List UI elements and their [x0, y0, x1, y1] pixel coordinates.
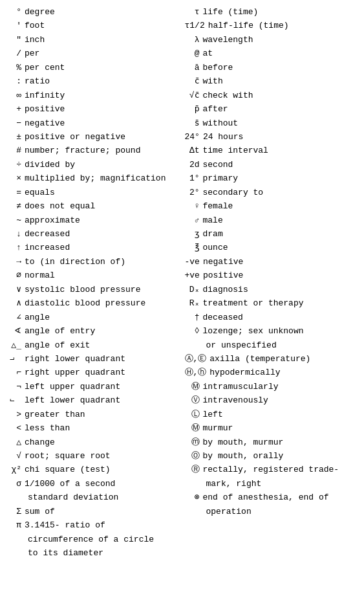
description: life (time) — [203, 5, 259, 19]
description: per cent — [25, 61, 65, 74]
list-item: ¬left upper quadrant — [6, 380, 180, 393]
list-item: ⊗end of anesthesia, end of — [185, 491, 358, 504]
description: wavelength — [203, 33, 253, 47]
list-item: ♂male — [185, 214, 358, 227]
list-item: Ⓐ,Ⓔaxilla (temperature) — [185, 352, 358, 366]
list-item: σ1/1000 of a second — [6, 477, 180, 491]
list-item: ↓decreased — [6, 227, 180, 241]
symbol: < — [6, 421, 25, 435]
list-item: ʒdram — [185, 227, 358, 241]
symbol: Ⓗ,ⓗ — [185, 366, 210, 379]
list-item: Ⓥintravenously — [185, 393, 358, 407]
symbol: / — [6, 47, 25, 60]
description: divided by — [25, 158, 75, 172]
description: positive or negative — [25, 130, 125, 144]
list-item: +positive — [6, 102, 180, 116]
description: angle of entry — [25, 324, 95, 338]
symbol: √ — [6, 449, 25, 463]
description: foot — [25, 19, 45, 32]
description-continued: standard deviation — [6, 491, 180, 504]
symbol: c̄ — [185, 74, 203, 88]
description: time interval — [203, 144, 268, 157]
description: axilla (temperature) — [209, 352, 310, 366]
description: 3.1415- ratio of — [25, 518, 105, 532]
list-item: +vepositive — [185, 269, 358, 282]
symbol: σ — [6, 477, 25, 491]
list-item: 24°24 hours — [185, 130, 358, 144]
list-item: ◊lozenge; sex unknown — [185, 324, 358, 338]
list-item: ⌐right upper quadrant — [6, 366, 180, 379]
list-item: 1°primary — [185, 172, 358, 185]
description: with — [203, 74, 223, 88]
symbol: -ve — [185, 255, 203, 269]
symbol: ÷ — [6, 158, 25, 172]
description: systolic blood pressure — [25, 283, 140, 296]
description: decreased — [25, 227, 70, 241]
description: at — [203, 47, 213, 60]
description: male — [203, 214, 223, 227]
list-item: Ⓡrectally, registered trade- — [185, 463, 358, 476]
description: angle of exit — [25, 338, 90, 352]
description-continued: circumference of a circle — [6, 533, 180, 546]
list-item: Ⓗ,ⓗhypodermically — [185, 366, 358, 379]
symbol: ¬ — [6, 393, 25, 407]
list-item: ♀female — [185, 199, 358, 213]
list-item: ⌐right lower quadrant — [6, 352, 180, 366]
symbol: ~ — [6, 214, 25, 227]
list-item: π3.1415- ratio of — [6, 518, 180, 532]
list-item: ābefore — [185, 61, 358, 74]
description: lozenge; sex unknown — [203, 324, 304, 338]
description: per — [25, 47, 39, 60]
description: equals — [25, 186, 55, 199]
symbol: △̲ — [6, 338, 25, 352]
symbol: > — [6, 408, 25, 421]
right-column: τlife (time)τ1/2half-life (time)λwavelen… — [185, 5, 358, 560]
list-item: -venegative — [185, 255, 358, 269]
description: number; fracture; pound — [25, 144, 140, 157]
symbol: √c̄ — [185, 89, 203, 102]
symbol: ā — [185, 61, 203, 74]
description: approximate — [25, 214, 80, 227]
description: root; square root — [25, 449, 111, 463]
list-item: △change — [6, 436, 180, 449]
list-item: @at — [185, 47, 358, 60]
description: by mouth, murmur — [203, 436, 284, 449]
symbol: Σ — [6, 505, 25, 518]
symbol: ∧ — [6, 296, 25, 310]
symbol: ∨ — [6, 283, 25, 296]
symbol: ∅ — [6, 269, 25, 282]
symbol: ⌐ — [6, 366, 25, 379]
list-item: ×multiplied by; magnification — [6, 172, 180, 185]
symbol: ∢ — [6, 324, 25, 338]
description: multiplied by; magnification — [25, 172, 166, 185]
symbol: ∠ — [6, 311, 25, 324]
list-item: ¬left lower quadrant — [6, 393, 180, 407]
symbol: 2d — [185, 158, 203, 172]
description: change — [25, 436, 55, 449]
symbol: = — [6, 186, 25, 199]
description: inch — [25, 33, 45, 47]
list-item: ~approximate — [6, 214, 180, 227]
description: female — [203, 199, 233, 213]
description: check with — [203, 89, 253, 102]
description: dram — [203, 227, 223, 241]
list-item: Rₓtreatment or therapy — [185, 296, 358, 310]
list-item: <less than — [6, 421, 180, 435]
description: left — [203, 408, 223, 421]
list-item: τlife (time) — [185, 5, 358, 19]
symbol: λ — [185, 33, 203, 47]
symbol: π — [6, 518, 25, 532]
description: to (in direction of) — [25, 255, 125, 269]
description-continued: operation — [185, 505, 358, 518]
description: negative — [25, 116, 65, 130]
symbol: Ⓞ — [185, 449, 203, 463]
list-item: ±positive or negative — [6, 130, 180, 144]
list-item: ∨systolic blood pressure — [6, 283, 180, 296]
description: second — [203, 158, 233, 172]
description: normal — [25, 269, 55, 282]
symbol: ◊ — [185, 324, 203, 338]
symbol: 1° — [185, 172, 203, 185]
symbol: Ⓜ — [185, 380, 203, 393]
description: right lower quadrant — [25, 352, 125, 366]
symbol: Ⓐ,Ⓔ — [185, 352, 210, 366]
